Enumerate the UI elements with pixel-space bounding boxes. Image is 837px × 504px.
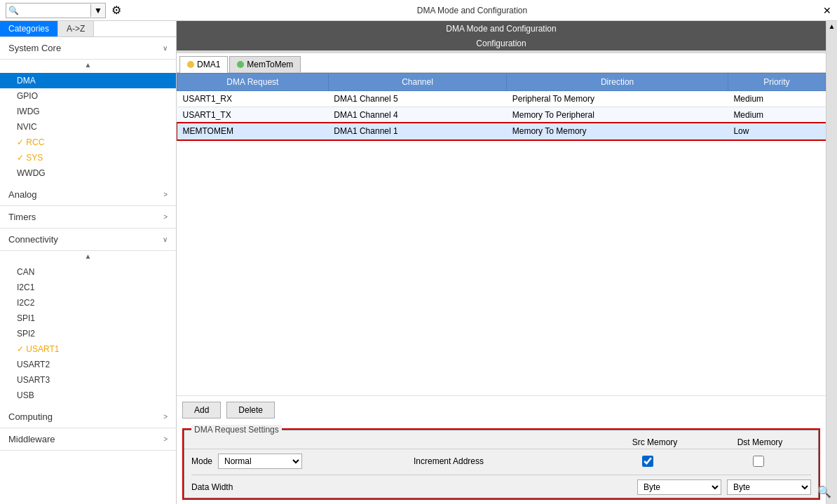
tab-dma1[interactable]: DMA1 [179, 56, 228, 73]
checkboxes-row [595, 456, 811, 467]
dma1-tab-label: DMA1 [197, 60, 220, 69]
dst-increment-checkbox[interactable] [753, 456, 764, 467]
dma-table-area: DMA Request Channel Direction Priority U… [177, 73, 826, 139]
scroll-up-connectivity[interactable]: ▲ [0, 251, 176, 261]
section-system-core-label: System Core [8, 43, 61, 53]
delete-button[interactable]: Delete [226, 402, 275, 418]
sidebar-item-dma[interactable]: DMA [0, 73, 176, 88]
src-memory-label: Src Memory [602, 437, 707, 447]
section-analog: Analog > [0, 184, 176, 206]
outer-panel: Configuration DMA1 MemToMem [177, 36, 826, 504]
row1-direction: Memory To Peripheral [507, 107, 728, 123]
section-system-core: System Core ∨ ▲ DMA GPIO IWDG NVIC ✓ RCC… [0, 37, 176, 184]
data-width-selects: Byte Half Word Word Byte Half Word Word [637, 479, 811, 495]
search-dropdown-arrow[interactable]: ▼ [90, 4, 105, 17]
sidebar-item-i2c1[interactable]: I2C1 [0, 280, 176, 295]
sidebar-item-iwdg[interactable]: IWDG [0, 104, 176, 119]
system-core-items: DMA GPIO IWDG NVIC ✓ RCC ✓ SYS WWDG [0, 70, 176, 184]
sidebar-content: System Core ∨ ▲ DMA GPIO IWDG NVIC ✓ RCC… [0, 37, 176, 504]
col-channel: Channel [328, 74, 507, 91]
section-connectivity: Connectivity ∨ ▲ CAN I2C1 I2C2 SPI1 SPI2… [0, 229, 176, 406]
sidebar-item-spi1[interactable]: SPI1 [0, 311, 176, 326]
sidebar-item-can[interactable]: CAN [0, 264, 176, 280]
section-system-core-header[interactable]: System Core ∨ [0, 37, 176, 60]
sidebar-item-usart1[interactable]: ✓ USART1 [0, 341, 176, 357]
sidebar-item-wwdg[interactable]: WWDG [0, 165, 176, 181]
tab-memtomem[interactable]: MemToMem [229, 56, 301, 72]
search-box[interactable]: 🔍 ▼ [6, 3, 106, 18]
scroll-up-arrow[interactable]: ▲ [829, 22, 836, 30]
section-middleware-chevron: > [163, 435, 168, 443]
dma-request-settings: DMA Request Settings Src Memory Dst Memo… [182, 428, 820, 500]
dst-increment-checkbox-cell [706, 456, 811, 467]
sidebar: Categories A->Z System Core ∨ ▲ DMA GPIO… [0, 21, 177, 504]
row2-channel: DMA1 Channel 1 [328, 123, 507, 139]
dst-data-width-select[interactable]: Byte Half Word Word [727, 479, 811, 495]
sidebar-item-sys[interactable]: ✓ SYS [0, 150, 176, 165]
section-timers-header[interactable]: Timers > [0, 206, 176, 229]
sidebar-item-nvic[interactable]: NVIC [0, 119, 176, 135]
section-timers-chevron: > [163, 213, 168, 221]
top-bar: 🔍 ▼ ⚙ DMA Mode and Configuration ✕ [0, 0, 837, 21]
dma-table: DMA Request Channel Direction Priority U… [177, 73, 826, 139]
mode-label: Mode [191, 456, 212, 466]
row0-direction: Peripheral To Memory [507, 91, 728, 107]
content-wrapper: DMA1 MemToMem DMA Request [177, 53, 826, 504]
row0-request: USART1_RX [177, 91, 329, 107]
sidebar-tabs: Categories A->Z [0, 21, 176, 37]
right-scrollbar[interactable]: ▲ [826, 21, 837, 504]
section-analog-label: Analog [8, 189, 36, 200]
increment-address-label: Increment Address [302, 456, 595, 466]
sidebar-item-usart3[interactable]: USART3 [0, 372, 176, 388]
zoom-icon[interactable]: 🔍 [817, 485, 831, 498]
sidebar-item-gpio[interactable]: GPIO [0, 88, 176, 104]
section-analog-chevron: > [163, 191, 168, 198]
section-system-core-chevron: ∨ [163, 44, 168, 52]
src-increment-checkbox[interactable] [642, 456, 653, 467]
search-input[interactable] [20, 6, 90, 15]
section-middleware-header[interactable]: Middleware > [0, 428, 176, 451]
section-timers-label: Timers [8, 212, 36, 222]
tab-atoz[interactable]: A->Z [58, 21, 94, 36]
close-button[interactable]: ✕ [823, 5, 831, 16]
main-content: DMA Mode and Configuration Configuration… [177, 21, 826, 504]
data-width-row: Data Width Byte Half Word Word Byte [184, 477, 818, 498]
section-timers: Timers > [0, 206, 176, 229]
section-computing-header[interactable]: Computing > [0, 406, 176, 428]
section-connectivity-label: Connectivity [8, 234, 58, 245]
section-middleware: Middleware > [0, 428, 176, 451]
sidebar-item-usart2[interactable]: USART2 [0, 357, 176, 372]
row2-direction: Memory To Memory [507, 123, 728, 139]
dma1-tab-indicator [187, 61, 194, 68]
add-button[interactable]: Add [182, 402, 221, 418]
tabs-bar: DMA1 MemToMem [177, 53, 826, 73]
table-row[interactable]: USART1_RX DMA1 Channel 5 Peripheral To M… [177, 91, 826, 107]
connectivity-items: CAN I2C1 I2C2 SPI1 SPI2 ✓ USART1 USART2 … [0, 261, 176, 406]
mode-select[interactable]: Normal Circular [218, 454, 302, 469]
data-width-label: Data Width [191, 482, 233, 492]
action-buttons: Add Delete [177, 395, 826, 424]
section-middleware-label: Middleware [8, 434, 55, 444]
memtomem-tab-indicator [237, 61, 244, 68]
col-priority: Priority [728, 74, 825, 91]
row2-priority: Low [728, 123, 825, 139]
gear-icon[interactable]: ⚙ [111, 4, 121, 17]
sidebar-item-i2c2[interactable]: I2C2 [0, 295, 176, 311]
sidebar-item-usb[interactable]: USB [0, 388, 176, 403]
section-computing-chevron: > [163, 413, 168, 421]
sidebar-item-rcc[interactable]: ✓ RCC [0, 135, 176, 150]
sidebar-item-spi2[interactable]: SPI2 [0, 326, 176, 341]
tab-categories[interactable]: Categories [0, 21, 58, 36]
section-connectivity-header[interactable]: Connectivity ∨ [0, 229, 176, 251]
section-analog-header[interactable]: Analog > [0, 184, 176, 206]
table-row-selected[interactable]: MEMTOMEM DMA1 Channel 1 Memory To Memory… [177, 123, 826, 139]
content-title: DMA Mode and Configuration [177, 21, 826, 36]
scroll-up-system-core[interactable]: ▲ [0, 60, 176, 70]
mode-increment-row: Mode Normal Circular Increment Address [184, 449, 818, 473]
table-row[interactable]: USART1_TX DMA1 Channel 4 Memory To Perip… [177, 107, 826, 123]
src-data-width-select[interactable]: Byte Half Word Word [637, 479, 721, 495]
section-connectivity-chevron: ∨ [163, 236, 168, 243]
row1-channel: DMA1 Channel 4 [328, 107, 507, 123]
section-computing-label: Computing [8, 411, 53, 422]
memtomem-tab-label: MemToMem [247, 60, 293, 69]
